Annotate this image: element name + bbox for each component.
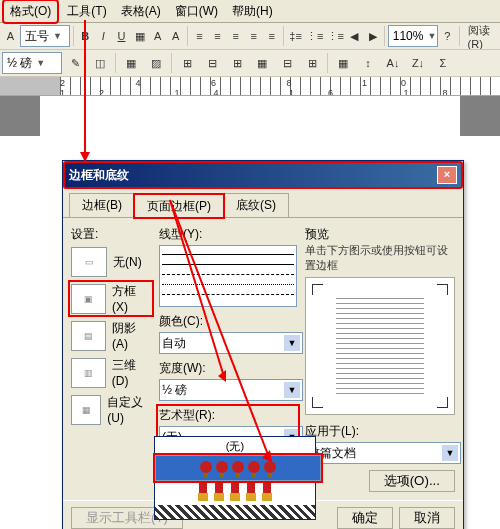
bullets-button[interactable]: ⋮≡ xyxy=(326,24,345,48)
merge-cells-button[interactable]: ⊟ xyxy=(200,51,224,75)
menu-tools[interactable]: 工具(T) xyxy=(61,1,112,22)
align-right-button[interactable]: ≡ xyxy=(227,24,244,48)
text-direction-button[interactable]: ↕ xyxy=(356,51,380,75)
apply-to-select[interactable]: 整篇文档▼ xyxy=(305,442,461,464)
art-label: 艺术型(R): xyxy=(159,407,297,424)
help-button[interactable]: ? xyxy=(439,24,456,48)
cancel-button[interactable]: 取消 xyxy=(399,507,455,529)
align-cells-button[interactable]: ▦ xyxy=(250,51,274,75)
italic-button[interactable]: I xyxy=(95,24,112,48)
color-label: 颜色(C): xyxy=(159,313,297,330)
border-style-button[interactable]: ▦ xyxy=(119,51,143,75)
bold-button[interactable]: B xyxy=(77,24,94,48)
tab-shading[interactable]: 底纹(S) xyxy=(223,193,289,217)
setting-shadow[interactable]: ▤阴影(A) xyxy=(71,320,151,351)
zoom-select[interactable]: 110%▼ xyxy=(388,25,438,47)
font-size-select[interactable]: 五号▼ xyxy=(20,25,70,47)
draw-table-button[interactable]: ✎ xyxy=(63,51,87,75)
menu-window[interactable]: 窗口(W) xyxy=(169,1,224,22)
split-cells-button[interactable]: ⊞ xyxy=(225,51,249,75)
ok-button[interactable]: 确定 xyxy=(337,507,393,529)
menu-bar: 格式(O) 工具(T) 表格(A) 窗口(W) 帮助(H) xyxy=(0,0,500,23)
indent-button[interactable]: ▶ xyxy=(364,24,381,48)
eraser-button[interactable]: ◫ xyxy=(88,51,112,75)
char-border-button[interactable]: A xyxy=(149,24,166,48)
dialog-titlebar[interactable]: 边框和底纹 × xyxy=(63,161,463,189)
setting-3d[interactable]: ▥三维(D) xyxy=(71,357,151,388)
horizontal-ruler: 2 4 6 8 10 12 14 16 18 20 22 24 26 28 30 xyxy=(0,77,500,96)
autoformat-button[interactable]: ▦ xyxy=(331,51,355,75)
numbering-button[interactable]: ⋮≡ xyxy=(305,24,324,48)
tab-page-border[interactable]: 页面边框(P) xyxy=(134,194,224,218)
toolbar-tables-borders: ½ 磅▼ ✎ ◫ ▦ ▨ ⊞ ⊟ ⊞ ▦ ⊟ ⊞ ▦ ↕ A↓ Z↓ Σ xyxy=(0,50,500,77)
width-select[interactable]: ½ 磅▼ xyxy=(159,379,303,401)
toolbar-formatting: A 五号▼ B I U ▦ A A ≡ ≡ ≡ ≡ ≡ ‡≡ ⋮≡ ⋮≡ ◀ ▶… xyxy=(0,23,500,50)
menu-format[interactable]: 格式(O) xyxy=(2,0,59,24)
options-button[interactable]: 选项(O)... xyxy=(369,470,455,492)
distribute-cols-button[interactable]: ⊞ xyxy=(300,51,324,75)
art-option-lanterns[interactable] xyxy=(155,455,321,481)
art-option-none[interactable]: (无) xyxy=(155,437,315,455)
style-dropdown[interactable]: A xyxy=(2,24,19,48)
menu-table[interactable]: 表格(A) xyxy=(115,1,167,22)
highlight-button[interactable]: A xyxy=(167,24,184,48)
line-type-list[interactable] xyxy=(159,245,297,307)
preview-label: 预览 xyxy=(305,226,455,243)
width-label: 宽度(W): xyxy=(159,360,297,377)
preview-column: 预览 单击下方图示或使用按钮可设置边框 应用于(L): 整篇文档▼ 选项(O).… xyxy=(305,226,455,492)
underline-button[interactable]: U xyxy=(113,24,130,48)
outdent-button[interactable]: ◀ xyxy=(346,24,363,48)
sort-desc-button[interactable]: Z↓ xyxy=(406,51,430,75)
art-option-ornament[interactable] xyxy=(155,481,315,505)
shading-button[interactable]: ▨ xyxy=(144,51,168,75)
line-type-label: 线型(Y): xyxy=(159,226,297,243)
preview-hint: 单击下方图示或使用按钮可设置边框 xyxy=(305,243,455,273)
autosum-button[interactable]: Σ xyxy=(431,51,455,75)
color-select[interactable]: 自动▼ xyxy=(159,332,303,354)
read-button[interactable]: 阅读(R) xyxy=(463,24,499,48)
apply-to-label: 应用于(L): xyxy=(305,423,455,440)
insert-table-button[interactable]: ⊞ xyxy=(175,51,199,75)
setting-custom[interactable]: ▦自定义(U) xyxy=(71,394,151,425)
close-button[interactable]: × xyxy=(437,166,457,184)
document-area xyxy=(0,96,500,136)
tab-borders[interactable]: 边框(B) xyxy=(69,193,135,217)
distribute-button[interactable]: ≡ xyxy=(263,24,280,48)
art-option-pattern[interactable] xyxy=(155,505,315,519)
settings-column: 设置: ▭无(N) ▣方框(X) ▤阴影(A) ▥三维(D) ▦自定义(U) xyxy=(71,226,151,492)
settings-label: 设置: xyxy=(71,226,151,243)
dialog-title: 边框和底纹 xyxy=(69,167,129,184)
sort-asc-button[interactable]: A↓ xyxy=(381,51,405,75)
setting-none[interactable]: ▭无(N) xyxy=(71,247,151,277)
line-weight-select[interactable]: ½ 磅▼ xyxy=(2,52,62,74)
dialog-tabs: 边框(B) 页面边框(P) 底纹(S) xyxy=(63,189,463,218)
distribute-rows-button[interactable]: ⊟ xyxy=(275,51,299,75)
align-justify-button[interactable]: ≡ xyxy=(245,24,262,48)
preview-box[interactable] xyxy=(305,277,455,415)
align-left-button[interactable]: ≡ xyxy=(191,24,208,48)
border-button[interactable]: ▦ xyxy=(131,24,148,48)
setting-box[interactable]: ▣方框(X) xyxy=(71,283,151,314)
menu-help[interactable]: 帮助(H) xyxy=(226,1,279,22)
align-center-button[interactable]: ≡ xyxy=(209,24,226,48)
art-dropdown-list[interactable]: (无) xyxy=(154,436,316,520)
line-spacing-button[interactable]: ‡≡ xyxy=(287,24,304,48)
